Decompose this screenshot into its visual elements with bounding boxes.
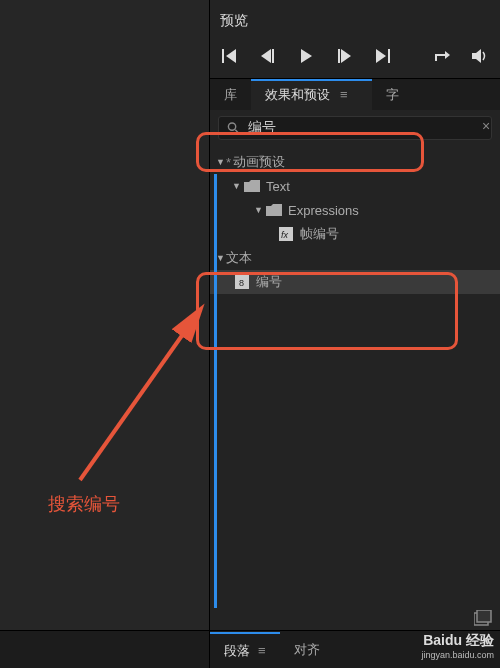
tab-align[interactable]: 对齐 [280, 633, 334, 667]
svg-marker-7 [376, 49, 386, 63]
svg-text:8: 8 [239, 278, 244, 288]
tree-item-number-preset[interactable]: 8 编号 [210, 270, 500, 294]
effects-tree: ▼ * 动画预设 ▼ Text ▼ Expressions fx 帧编号 ▼ [210, 146, 500, 298]
right-panel: 预览 库 效果和预设 ≡ 字 [210, 0, 500, 668]
tab-paragraph[interactable]: 段落 ≡ [210, 632, 280, 668]
search-icon [227, 121, 240, 135]
last-frame-button[interactable] [368, 44, 396, 68]
chevron-down-icon: ▼ [216, 157, 226, 167]
tree-scrollbar[interactable] [214, 174, 217, 608]
svg-rect-5 [338, 49, 340, 63]
tree-item-expressions[interactable]: ▼ Expressions [210, 198, 500, 222]
tab-library[interactable]: 库 [210, 79, 251, 111]
new-comp-icon[interactable] [474, 610, 492, 626]
loop-button[interactable] [428, 44, 456, 68]
star-icon: * [226, 155, 231, 170]
panel-tabs: 库 效果和预设 ≡ 字 [210, 78, 500, 110]
watermark-main: Baidu 经验 [421, 632, 494, 650]
svg-marker-9 [472, 49, 481, 63]
svg-marker-1 [226, 49, 236, 63]
next-frame-button[interactable] [330, 44, 358, 68]
svg-rect-8 [388, 49, 390, 63]
svg-line-11 [235, 130, 239, 134]
tree-label: Text [266, 179, 290, 194]
watermark: Baidu 经验 jingyan.baidu.com [421, 632, 494, 660]
chevron-down-icon: ▼ [216, 253, 226, 263]
search-input[interactable] [248, 120, 483, 136]
play-button[interactable] [292, 44, 320, 68]
svg-point-10 [228, 123, 235, 130]
tree-label: Expressions [288, 203, 359, 218]
tree-item-anim-presets[interactable]: ▼ * 动画预设 [210, 150, 500, 174]
preset-icon: 8 [234, 275, 250, 289]
folder-icon [266, 203, 282, 217]
tab-character[interactable]: 字 [372, 79, 413, 111]
svg-rect-17 [477, 610, 491, 622]
svg-marker-6 [341, 49, 351, 63]
svg-rect-3 [272, 49, 274, 63]
tree-label: 编号 [256, 273, 282, 291]
preview-panel-title: 预览 [210, 0, 500, 38]
chevron-down-icon: ▼ [232, 181, 242, 191]
panel-menu-icon[interactable]: ≡ [330, 87, 358, 102]
search-input-container[interactable] [218, 116, 492, 140]
chevron-down-icon: ▼ [254, 205, 264, 215]
tab-label: 段落 [224, 642, 250, 660]
svg-marker-4 [301, 49, 312, 63]
panel-menu-icon[interactable]: ≡ [258, 643, 266, 658]
first-frame-button[interactable] [216, 44, 244, 68]
prev-frame-button[interactable] [254, 44, 282, 68]
svg-rect-0 [222, 49, 224, 63]
transport-controls [210, 38, 500, 78]
search-row: × [210, 110, 500, 146]
mute-button[interactable] [466, 44, 494, 68]
left-panel [0, 0, 210, 668]
tree-item-text-category[interactable]: ▼ 文本 [210, 246, 500, 270]
tab-effects-label: 效果和预设 [265, 86, 330, 104]
watermark-sub: jingyan.baidu.com [421, 650, 494, 660]
svg-text:fx: fx [281, 230, 289, 240]
tree-label: 文本 [226, 249, 252, 267]
clear-search-icon[interactable]: × [482, 118, 496, 134]
tree-label: 帧编号 [300, 225, 339, 243]
tab-effects-presets[interactable]: 效果和预设 ≡ [251, 79, 372, 111]
tree-item-frame-number[interactable]: fx 帧编号 [210, 222, 500, 246]
fx-preset-icon: fx [278, 227, 294, 241]
tree-label: 动画预设 [233, 153, 285, 171]
folder-icon [244, 179, 260, 193]
svg-marker-2 [261, 49, 271, 63]
tree-item-text-folder[interactable]: ▼ Text [210, 174, 500, 198]
